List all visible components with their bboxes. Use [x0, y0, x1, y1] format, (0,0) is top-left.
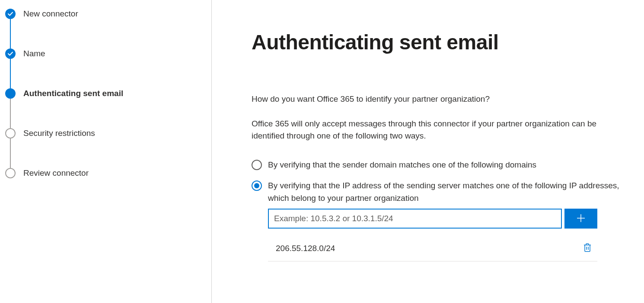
check-icon — [5, 48, 16, 59]
description-text: Office 365 will only accept messages thr… — [252, 118, 631, 142]
ip-list-row: 206.55.128.0/24 — [268, 237, 597, 261]
delete-ip-button[interactable] — [582, 242, 593, 255]
wizard-step-label: Authenticating sent email — [23, 89, 123, 98]
ip-address-input[interactable] — [268, 209, 562, 229]
auth-method-radio-group: By verifying that the sender domain matc… — [252, 159, 631, 205]
trash-icon — [583, 243, 591, 253]
ip-address-value: 206.55.128.0/24 — [276, 244, 335, 253]
wizard-step-name[interactable]: Name — [5, 48, 211, 88]
upcoming-step-icon — [5, 168, 16, 178]
question-text: How do you want Office 365 to identify y… — [252, 93, 631, 106]
radio-circle-icon — [252, 181, 262, 191]
wizard-step-label: Security restrictions — [23, 129, 95, 138]
wizard-sidebar: New connector Name Authenticating sent e… — [0, 0, 212, 303]
radio-option-ip[interactable]: By verifying that the IP address of the … — [252, 180, 631, 204]
ip-address-list: 206.55.128.0/24 — [268, 237, 597, 261]
page-title: Authenticating sent email — [252, 30, 631, 54]
main-panel: Authenticating sent email How do you wan… — [212, 0, 644, 303]
ip-input-row — [268, 209, 631, 229]
current-step-icon — [5, 88, 16, 99]
wizard-step-new-connector[interactable]: New connector — [5, 9, 211, 48]
radio-label: By verifying that the IP address of the … — [268, 180, 631, 204]
wizard-step-review[interactable]: Review connector — [5, 168, 211, 178]
wizard-step-authenticating[interactable]: Authenticating sent email — [5, 88, 211, 128]
radio-option-domain[interactable]: By verifying that the sender domain matc… — [252, 159, 631, 171]
wizard-steps: New connector Name Authenticating sent e… — [5, 9, 211, 178]
plus-icon — [577, 214, 585, 224]
radio-label: By verifying that the sender domain matc… — [268, 159, 536, 171]
add-ip-button[interactable] — [564, 209, 597, 229]
wizard-step-label: Review connector — [23, 168, 89, 178]
wizard-step-security[interactable]: Security restrictions — [5, 128, 211, 168]
upcoming-step-icon — [5, 128, 16, 139]
check-icon — [5, 9, 16, 19]
radio-circle-icon — [252, 160, 262, 170]
wizard-step-label: New connector — [23, 9, 78, 19]
wizard-step-label: Name — [23, 49, 45, 58]
